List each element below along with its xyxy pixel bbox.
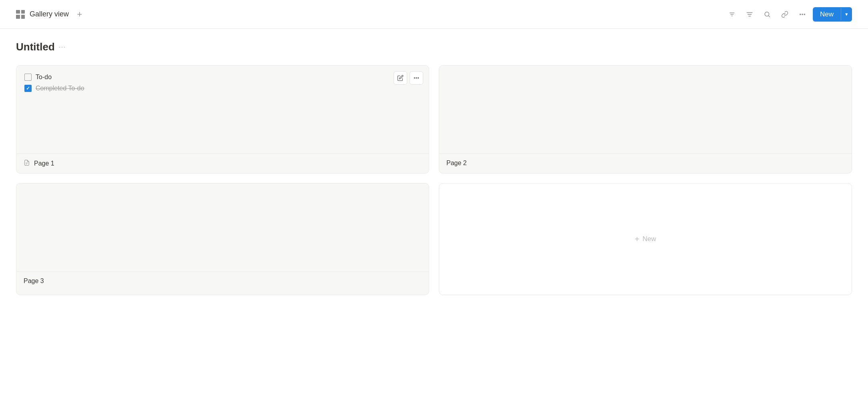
svg-point-5 <box>800 14 801 14</box>
card-2-title: Page 2 <box>446 160 467 167</box>
new-card-button[interactable]: + New <box>439 183 852 295</box>
sort-button[interactable] <box>742 7 757 22</box>
top-bar: Gallery view + <box>0 0 868 29</box>
top-bar-left: Gallery view + <box>16 8 86 20</box>
gallery-view-icon <box>16 10 25 19</box>
todo-item-2: Completed To-do <box>24 85 421 92</box>
more-options-button[interactable] <box>795 7 810 22</box>
chevron-down-icon: ▾ <box>845 11 848 17</box>
view-title: Gallery view <box>30 10 69 18</box>
top-bar-right: New ▾ <box>725 7 852 22</box>
svg-point-10 <box>418 78 419 78</box>
todo-item-1: To-do <box>24 74 421 81</box>
filter-icon <box>728 11 736 18</box>
new-button-group: New ▾ <box>813 7 852 22</box>
main-content: Untitled ··· To-do Completed To-do <box>0 29 868 307</box>
link-button[interactable] <box>778 7 792 22</box>
new-dropdown-button[interactable]: ▾ <box>841 8 852 20</box>
todo-checkbox-checked <box>24 85 32 92</box>
todo-checkbox-empty <box>24 74 32 81</box>
page-icon <box>24 160 30 168</box>
svg-point-7 <box>804 14 805 14</box>
card-3-footer: Page 3 <box>16 271 429 290</box>
document-icon <box>24 160 30 166</box>
card-1-title: Page 1 <box>34 160 54 167</box>
svg-point-3 <box>765 12 769 16</box>
add-view-button[interactable]: + <box>74 8 86 20</box>
card-3-title: Page 3 <box>24 277 44 285</box>
new-card-plus-icon: + <box>635 235 640 244</box>
svg-point-9 <box>416 78 417 78</box>
new-button[interactable]: New <box>813 7 841 22</box>
svg-point-8 <box>414 78 415 78</box>
link-icon <box>781 11 788 18</box>
svg-line-4 <box>768 16 770 17</box>
card-more-button[interactable] <box>410 71 423 85</box>
todo-label-2: Completed To-do <box>36 85 84 92</box>
card-2-preview <box>439 66 852 154</box>
new-card-label: New <box>642 235 656 243</box>
page-heading: Untitled ··· <box>16 41 852 53</box>
gallery-card-2[interactable]: Page 2 <box>439 65 852 174</box>
svg-point-6 <box>802 14 803 14</box>
card-edit-button[interactable] <box>394 71 407 85</box>
card-1-footer: Page 1 <box>16 154 429 173</box>
card-1-preview: To-do Completed To-do <box>16 66 429 154</box>
search-button[interactable] <box>760 7 774 22</box>
more-icon <box>799 11 806 18</box>
card-more-icon <box>413 75 420 81</box>
heading-more-button[interactable]: ··· <box>59 43 66 51</box>
edit-icon <box>397 75 404 81</box>
card-1-controls <box>394 71 423 85</box>
gallery-card-3[interactable]: Page 3 <box>16 183 429 295</box>
gallery-card-1[interactable]: To-do Completed To-do <box>16 65 429 174</box>
sort-icon <box>746 11 753 18</box>
gallery-grid: To-do Completed To-do <box>16 65 852 295</box>
search-icon <box>764 11 771 18</box>
page-title: Untitled <box>16 41 55 53</box>
todo-label-1: To-do <box>36 74 52 81</box>
card-3-preview <box>16 184 429 271</box>
filter-button[interactable] <box>725 7 739 22</box>
card-2-footer: Page 2 <box>439 154 852 172</box>
